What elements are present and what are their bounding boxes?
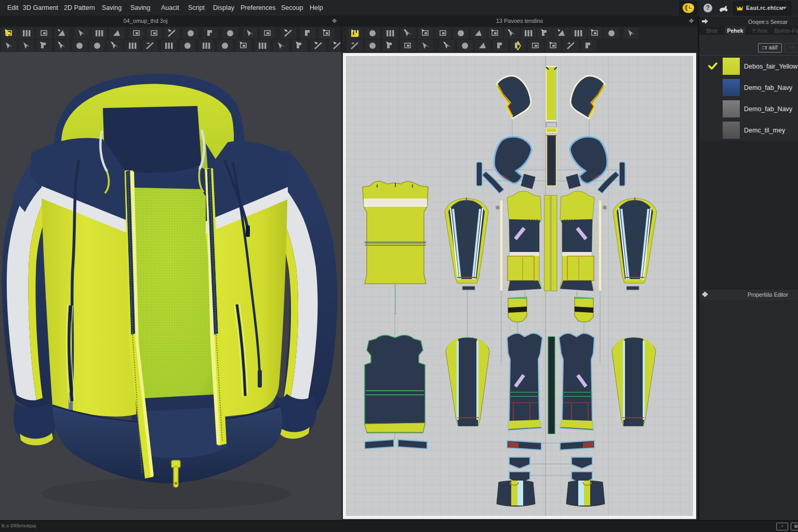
svg-text:⚛: ⚛ [495, 204, 501, 211]
svg-text:⚛: ⚛ [602, 204, 608, 211]
